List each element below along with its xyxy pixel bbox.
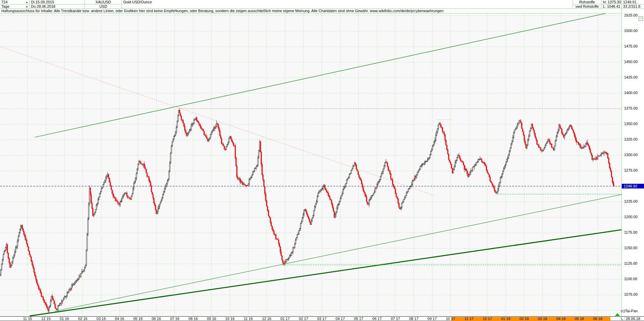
date-axis-label: 04 18 [554,317,568,321]
date-axis-label: 11 17 [462,317,476,321]
current-price-value: 1249.92 [624,184,637,188]
date-to-cell: Do 28.06.2018 [30,4,85,9]
copyright-watermark: (c)Tai-Pan [621,309,644,314]
instrument-name-cell: Gold USD/Ounce [122,0,573,9]
provider-name: vwd Rohstoffe [575,4,599,8]
currency-cell: USD [85,4,122,9]
date-axis-label: 11 16 [242,317,255,321]
date-axis-label: 04 17 [333,317,347,321]
date-axis-label: 02 17 [297,317,310,321]
chevron-down-icon: ▼ [26,5,28,9]
last-date-cell: 28.06.18 [626,317,640,321]
price-axis-label: 1500.00 [624,29,643,33]
chevron-down-icon: ▼ [26,1,28,4]
date-to-value: Do 28.06.2018 [31,4,55,8]
price-axis-label: 1275.00 [624,168,643,173]
provider-cell: vwd Rohstoffe [573,4,602,9]
date-axis-label: 09 16 [205,317,218,321]
disclaimer-text: Haftungsausschluss für Inhalte: Alle Tre… [1,9,444,13]
currency-value: USD [99,4,107,8]
high-cell: H: 1375.30 [602,0,622,4]
date-axis-label: 10 17 [444,317,457,321]
price-axis-label: 1150.00 [624,246,643,250]
date-axis-label: 05 17 [352,317,365,321]
price-axis: 1525.001500.001475.001450.001425.001400.… [622,9,644,316]
watermark-text: (c)Tai-Pan [621,309,638,313]
price-axis-label: 1200.00 [624,215,643,219]
price-axis-label: 1100.00 [624,277,643,281]
date-axis-label: 07 16 [168,317,182,321]
date-from-value: Di 15.09.2015 [31,0,54,4]
date-axis-label: 04 16 [113,317,126,321]
low-cell: L: 1046.41 [602,4,622,9]
disclaimer-bar: Haftungsausschluss für Inhalte: Alle Tre… [0,9,621,13]
last-marker-cell: L [620,317,625,321]
date-axis-label: 11 15 [21,317,34,321]
period-value: Tage [1,4,9,8]
price-axis-label: 1475.00 [624,44,643,49]
last-date-value: 28.06.18 [626,317,640,321]
date-from-cell: Di 15.09.2015 [30,0,85,4]
period-dropdown[interactable]: Tage ▼ [0,4,30,9]
date-axis-label: 10 16 [223,317,237,321]
date-axis-label: 08 17 [407,317,421,321]
date-axis-label: 06 18 [591,317,605,321]
date-axis-label: 01 17 [278,317,292,321]
date-axis-label: 01 18 [499,317,513,321]
date-axis-label: 12 17 [481,317,494,321]
date-axis-label: 03 18 [536,317,549,321]
bars-count-dropdown[interactable]: 724 ▼ [0,0,30,4]
date-axis-label: 09 17 [425,317,439,321]
price-axis-label: 1300.00 [624,153,643,157]
price-axis-label: 1375.00 [624,106,643,111]
tai-pan-chart-window: 724 ▼ Tage ▼ Di 15.09.2015 Do 28.06.2018… [0,0,644,321]
date-axis-label: 03 16 [94,317,108,321]
group-name: Rohstoffe [579,0,595,4]
current-price-badge: 1249.92 [622,184,644,188]
date-axis-label: 07 17 [389,317,402,321]
date-axis-label: 12 15 [39,317,53,321]
plot-background [0,13,621,316]
date-axis-label: 05 18 [573,317,586,321]
price-axis-label: 1350.00 [624,122,643,126]
date-axis-label: 12 16 [260,317,273,321]
last-price-cell: 1249.91 [622,0,644,4]
date-axis-label: 02 18 [517,317,531,321]
date-axis-label: 08 16 [186,317,200,321]
change-info-value: 33.2/311.8 [623,4,640,8]
last-price-value: 1249.91 [623,0,637,4]
last-marker: L [621,317,623,321]
date-axis-label: 03 17 [315,317,329,321]
price-axis-label: 1425.00 [624,75,643,80]
date-axis-label: 02 16 [76,317,90,321]
instrument-name: Gold USD/Ounce [123,0,152,4]
price-axis-label: 1225.00 [624,199,643,204]
date-axis: 11 1512 1501 1602 1603 1604 1605 1606 16… [0,316,644,321]
high-value: H: 1375.30 [603,0,621,4]
price-axis-label: 1400.00 [624,91,643,95]
price-axis-label: 1325.00 [624,137,643,142]
price-axis-label: 1125.00 [624,261,643,266]
minus-icon: − [640,17,642,20]
axis-divider [621,0,622,321]
symbol-value: XAUUSD [96,0,111,4]
price-axis-label: 1450.00 [624,60,643,64]
date-axis-label: 05 16 [131,317,145,321]
low-value: L: 1046.41 [603,4,620,8]
collapse-button[interactable]: − [639,17,643,21]
chart-canvas[interactable] [0,0,644,321]
change-info-cell: 33.2/311.8 [622,4,644,9]
date-axis-label: 06 16 [150,317,163,321]
bars-count-value: 724 [1,0,7,4]
price-axis-label: 1175.00 [624,230,643,235]
date-axis-label: 06 17 [370,317,384,321]
group-cell: Rohstoffe [573,0,602,4]
price-axis-label: 1075.00 [624,292,643,297]
date-axis-label: 01 16 [58,317,71,321]
symbol-cell: XAUUSD [85,0,122,4]
